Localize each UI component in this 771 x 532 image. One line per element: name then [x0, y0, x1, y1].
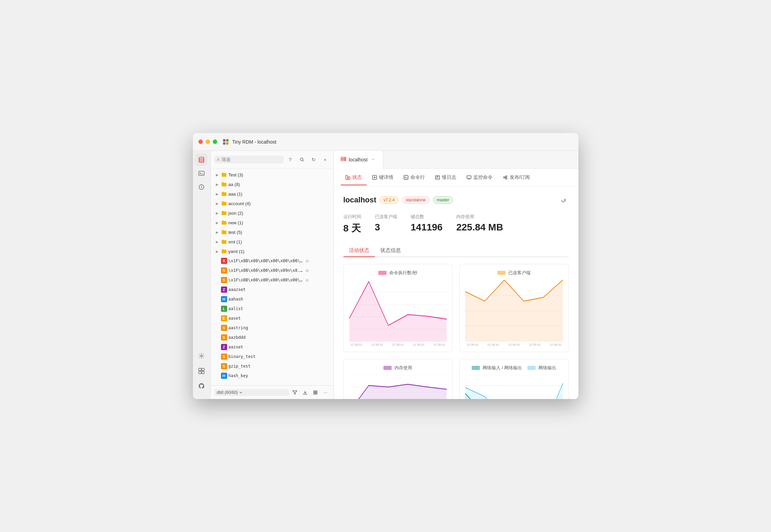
nav-extensions[interactable]	[195, 365, 208, 377]
tree-group-label: new (1)	[228, 220, 329, 225]
svg-rect-0	[223, 139, 225, 142]
nav-tab-slowlog[interactable]: 慢日志	[430, 172, 461, 183]
filter-input[interactable]	[222, 157, 280, 162]
key-name: aastring	[228, 325, 304, 330]
xaxis-label: 12:36:41	[549, 343, 561, 346]
tree-group-aaa[interactable]: ▶ aaa (1)	[211, 189, 334, 199]
tab-localhost[interactable]: localhost ×	[334, 151, 383, 169]
list-item[interactable]: S binary_test	[211, 352, 334, 361]
nav-terminal[interactable]	[195, 167, 208, 179]
folder-icon	[221, 229, 227, 235]
sidebar-filter[interactable]: A	[214, 156, 284, 163]
list-item[interactable]: X \x1F\x8B\x08\x00\x00\x00\x00\x0... ⊟	[211, 256, 334, 266]
tree-group-test2[interactable]: ▶ test (5)	[211, 227, 334, 237]
key-icon	[372, 175, 377, 180]
nav-github[interactable]	[195, 380, 208, 392]
nav-settings[interactable]	[195, 350, 208, 362]
help-button[interactable]: ?	[286, 155, 295, 164]
tree-arrow	[215, 287, 220, 292]
nav-tab-label: 状态	[352, 174, 362, 181]
tree-arrow: ▶	[215, 220, 220, 225]
add-connection-button[interactable]: +	[321, 155, 330, 164]
tab-close-button[interactable]: ×	[370, 157, 376, 162]
chart-svg: 238.4MB 190.7MB 143.1MB 95.4MB 47.7MB 0B	[349, 375, 447, 399]
list-item[interactable]: H aahash	[211, 294, 334, 304]
tree-arrow	[215, 364, 220, 369]
folder-icon	[221, 210, 227, 216]
close-button[interactable]	[198, 139, 203, 144]
minimize-button[interactable]	[206, 139, 210, 144]
nav-tab-keys[interactable]: 键详情	[367, 172, 398, 183]
batch-button[interactable]	[311, 388, 320, 397]
list-item[interactable]: S \x1F\x8B\x08\x00\x00\x00\x00\x0... ⊟	[211, 275, 334, 285]
list-item[interactable]: S \x1F\x8B\x08\x00\x00\x09n\x8... ⊟	[211, 266, 334, 275]
nav-database[interactable]	[195, 154, 208, 166]
xaxis-label: 12:36:41	[392, 343, 404, 346]
key-type-badge: S	[221, 277, 227, 283]
key-binary-icon: ⊟	[306, 278, 309, 282]
activity-tab-status[interactable]: 活动状态	[343, 244, 375, 256]
tab-server-icon	[341, 156, 346, 163]
tree-group-label: yaml (1)	[228, 249, 329, 254]
refresh-button[interactable]: ↻	[309, 155, 318, 164]
refresh-stats-button[interactable]	[558, 195, 569, 205]
tree-group-xml[interactable]: ▶ xml (1)	[211, 237, 334, 247]
chart-area: 2.9KB 2.4KB 2KB 1.5KB 1000B 500B 0B	[465, 375, 563, 399]
tree-arrow: ▶	[215, 211, 220, 215]
more-button[interactable]: ···	[321, 388, 330, 397]
app-title: Tiny RDM - localhost	[232, 139, 276, 145]
export-button[interactable]	[301, 388, 310, 397]
key-name: aazset	[228, 345, 304, 349]
svg-rect-11	[202, 371, 204, 374]
stat-label: 已连客户端	[375, 214, 397, 220]
stat-memory: 内存使用 225.84 MB	[456, 214, 503, 235]
svg-rect-1	[226, 139, 228, 142]
nav-history[interactable]	[195, 181, 208, 193]
nav-tab-monitor[interactable]: 监控命令	[462, 172, 497, 183]
svg-rect-14	[316, 391, 317, 392]
tree-group-json[interactable]: ▶ json (2)	[211, 208, 334, 218]
filter-keys-button[interactable]	[290, 388, 299, 397]
db-selector[interactable]: db0 (60/60)	[214, 389, 289, 396]
nav-tab-status[interactable]: 状态	[341, 172, 367, 183]
key-type-badge: S	[221, 325, 227, 331]
list-item[interactable]: S gzip_test	[211, 361, 334, 371]
search-button[interactable]	[297, 155, 307, 164]
maximize-button[interactable]	[213, 139, 217, 144]
list-item[interactable]: S aastring	[211, 323, 334, 333]
list-item[interactable]: Z aaazset	[211, 285, 334, 294]
key-type-badge: Z	[221, 287, 227, 293]
list-item[interactable]: Z aazset	[211, 342, 334, 352]
chart-area: 238.4MB 190.7MB 143.1MB 95.4MB 47.7MB 0B	[349, 375, 447, 399]
tree-arrow	[215, 373, 220, 378]
activity-tab-label: 活动状态	[349, 247, 369, 253]
activity-tab-info[interactable]: 状态信息	[375, 244, 406, 256]
tree-group-account[interactable]: ▶ account (4)	[211, 199, 334, 208]
folder-icon	[221, 181, 227, 187]
tree-group-test[interactable]: ▶ Test (3)	[211, 170, 334, 179]
stats-row: 运行时间 8 天 已连客户端 3 键总数 141196 内存使用 225.84 …	[343, 214, 569, 235]
icon-bar-bottom	[195, 350, 208, 396]
nav-tab-cli[interactable]: 命令行	[399, 172, 430, 183]
key-name: \x1F\x8B\x08\x00\x00\x00\x00\x0...	[228, 258, 304, 263]
key-name: aaazset	[228, 287, 304, 292]
list-item[interactable]: L aalist	[211, 304, 334, 314]
nav-tabs: 状态 键详情 命令行	[334, 169, 578, 186]
list-item[interactable]: H hash_key	[211, 371, 334, 381]
chart-network: 网络输入 / 网络输出 网络输出	[459, 359, 569, 399]
key-name: aalist	[228, 306, 304, 311]
nav-tab-pubsub[interactable]: 发布/订阅	[498, 172, 535, 183]
tree-group-aa[interactable]: ▶ aa (8)	[211, 179, 334, 189]
tree-group-yaml[interactable]: ▶ yaml (1)	[211, 247, 334, 256]
list-item[interactable]: S aazbddd	[211, 333, 334, 342]
tree-group-label: aa (8)	[228, 182, 329, 187]
list-item[interactable]: E aaset	[211, 314, 334, 323]
svg-point-19	[344, 158, 345, 158]
tree-arrow	[215, 258, 220, 263]
tree-arrow: ▶	[215, 230, 220, 235]
xaxis-label: 12:36:41	[529, 343, 541, 346]
xaxis-label: 12:36:41	[487, 343, 499, 346]
tree-group-new[interactable]: ▶ new (1)	[211, 218, 334, 227]
server-name: localhost	[343, 196, 377, 204]
svg-rect-10	[199, 371, 201, 374]
